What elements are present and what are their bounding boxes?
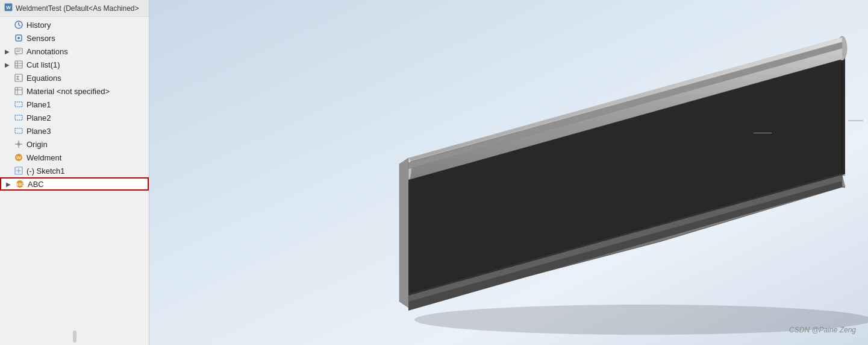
- svg-rect-20: [15, 128, 22, 133]
- equations-icon: Σ: [13, 72, 24, 83]
- svg-text:W: W: [16, 155, 21, 160]
- svg-rect-19: [15, 115, 22, 120]
- expand-icon-annotations: ▶: [5, 48, 12, 55]
- tree-label-annotations: Annotations: [27, 47, 68, 56]
- tree-label-history: History: [27, 21, 51, 30]
- abc-icon: ABC: [14, 179, 25, 189]
- sensors-icon: [13, 33, 24, 43]
- feature-tree[interactable]: History Sensors ▶ A: [0, 17, 149, 224]
- tree-label-weldment: Weldment: [27, 153, 61, 162]
- tree-item-material[interactable]: Material <not specified>: [0, 84, 149, 98]
- sketch1-icon: [13, 165, 24, 176]
- svg-rect-9: [15, 61, 22, 68]
- expand-icon-abc: ▶: [6, 181, 13, 188]
- tree-item-abc[interactable]: ▶ ABC ABC: [0, 177, 149, 191]
- annotations-icon: A: [13, 46, 24, 57]
- svg-rect-15: [15, 87, 22, 95]
- tree-item-plane1[interactable]: Plane1: [0, 98, 149, 111]
- tree-item-cutlist[interactable]: ▶ Cut list(1): [0, 58, 149, 71]
- watermark-text: CSDN @Paine Zeng: [789, 326, 856, 334]
- tree-item-origin[interactable]: Origin: [0, 138, 149, 151]
- origin-icon: [13, 139, 24, 150]
- svg-marker-37: [842, 54, 845, 175]
- svg-text:W: W: [6, 5, 11, 10]
- tree-label-plane3: Plane3: [27, 127, 51, 136]
- tree-label-cutlist: Cut list(1): [27, 60, 60, 69]
- document-name: WeldmentTest (Default<As Machined>: [16, 4, 139, 13]
- tree-item-equations[interactable]: Σ Equations: [0, 71, 149, 84]
- svg-rect-18: [15, 102, 22, 107]
- material-icon: [13, 86, 24, 97]
- svg-text:Σ: Σ: [16, 75, 20, 81]
- model-display: [149, 0, 868, 345]
- 3d-model-svg: [149, 0, 868, 345]
- cutlist-icon: [13, 59, 24, 70]
- tree-item-sensors[interactable]: Sensors: [0, 31, 149, 45]
- svg-text:ABC: ABC: [15, 182, 24, 186]
- svg-marker-47: [399, 158, 408, 308]
- tree-label-material: Material <not specified>: [27, 87, 110, 96]
- svg-point-4: [17, 37, 20, 39]
- expand-icon-cutlist: ▶: [5, 62, 12, 68]
- 3d-viewport[interactable]: CSDN @Paine Zeng: [149, 0, 868, 345]
- tree-item-sketch1[interactable]: (-) Sketch1: [0, 164, 149, 177]
- tree-label-equations: Equations: [27, 74, 61, 83]
- feature-tree-sidebar: W WeldmentTest (Default<As Machined> His…: [0, 0, 149, 345]
- tree-label-plane2: Plane2: [27, 113, 51, 122]
- tree-label-origin: Origin: [27, 140, 48, 149]
- watermark: CSDN @Paine Zeng: [789, 326, 856, 334]
- tree-item-plane3[interactable]: Plane3: [0, 124, 149, 138]
- tree-label-sensors: Sensors: [27, 34, 55, 43]
- tree-item-plane2[interactable]: Plane2: [0, 111, 149, 124]
- tree-item-weldment[interactable]: W Weldment: [0, 151, 149, 164]
- tree-label-sketch1: (-) Sketch1: [27, 166, 65, 176]
- tree-item-history[interactable]: History: [0, 18, 149, 31]
- tree-label-plane1: Plane1: [27, 100, 51, 109]
- history-icon: [13, 19, 24, 30]
- plane3-icon: [13, 125, 24, 136]
- tree-label-abc: ABC: [28, 180, 44, 189]
- svg-text:A: A: [15, 52, 17, 56]
- tree-item-annotations[interactable]: ▶ A Annotations: [0, 45, 149, 58]
- dimension-line: [754, 133, 772, 133]
- document-icon: W: [4, 2, 13, 14]
- plane1-icon: [13, 99, 24, 110]
- weldment-icon: W: [13, 152, 24, 163]
- resize-handle[interactable]: [73, 331, 76, 343]
- plane2-icon: [13, 112, 24, 123]
- document-title: W WeldmentTest (Default<As Machined>: [0, 0, 149, 17]
